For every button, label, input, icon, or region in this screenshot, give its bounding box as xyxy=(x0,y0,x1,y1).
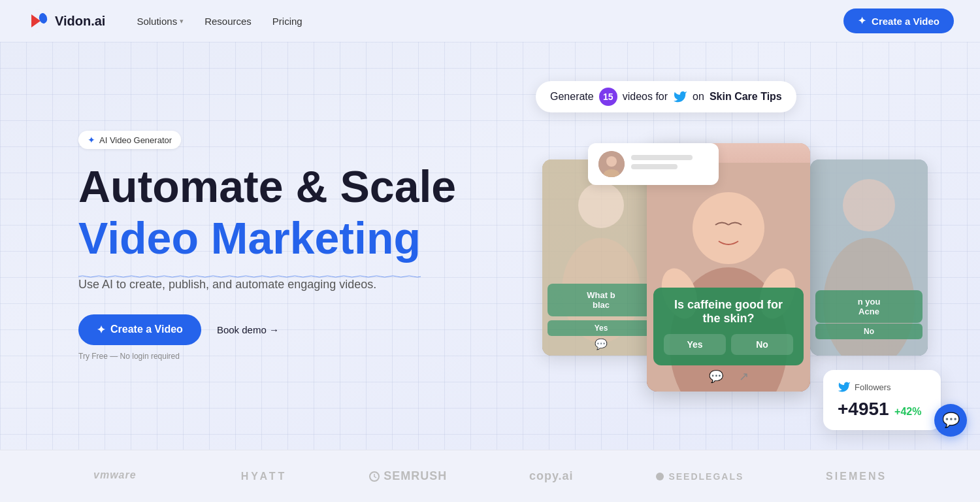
hero-title-line2-wrapper: Video Marketing xyxy=(78,214,421,276)
nav-create-video-button[interactable]: ✦ Create a Video xyxy=(843,8,954,33)
quiz-yes-button[interactable]: Yes xyxy=(664,334,726,355)
profile-avatar xyxy=(598,151,625,177)
logo-seedlegals: SEEDLEGALS xyxy=(655,471,743,482)
profile-sub-line xyxy=(631,164,678,169)
hero-badge: ✦ AI Video Generator xyxy=(78,131,181,149)
sparkle-icon-btn: ✦ xyxy=(97,324,105,336)
wavy-underline xyxy=(78,275,421,278)
logo-text: Vidon.ai xyxy=(55,14,105,29)
followers-card: Followers +4951 +42% xyxy=(823,370,941,430)
hero-left: ✦ AI Video Generator Automate & Scale Vi… xyxy=(0,131,539,361)
star-icon: ✦ xyxy=(88,135,95,145)
quiz-overlay: Is caffeine good for the skin? Yes No xyxy=(653,288,804,365)
left-card-text: What bblac xyxy=(547,284,655,316)
logo-icon xyxy=(26,9,50,33)
logo-copyai: copy.ai xyxy=(529,469,574,483)
profile-name-line xyxy=(631,155,693,160)
followers-count-row: +4951 +42% xyxy=(838,399,926,420)
card-bottom-actions: 💬 ↗ xyxy=(647,369,810,384)
logos-bar: vmware HYATT SEMRUSH copy.ai SEEDLEGALS … xyxy=(0,450,980,502)
svg-point-19 xyxy=(656,473,664,480)
followers-label: Followers xyxy=(855,382,891,392)
chevron-down-icon: ▾ xyxy=(180,17,184,25)
logo-hyatt: HYATT xyxy=(241,471,287,482)
quiz-buttons: Yes No xyxy=(664,334,793,355)
followers-count: +4951 xyxy=(838,399,889,419)
share-icon: ↗ xyxy=(739,369,749,384)
profile-card xyxy=(588,143,719,185)
svg-point-7 xyxy=(578,182,624,228)
svg-point-10 xyxy=(693,192,764,264)
create-video-button[interactable]: ✦ Create a Video xyxy=(78,314,201,345)
on-label: on xyxy=(693,91,704,103)
left-card-actions: 💬 xyxy=(542,338,660,350)
nav-resources[interactable]: Resources xyxy=(204,16,252,27)
sparkle-icon: ✦ xyxy=(858,15,866,27)
nav-solutions[interactable]: Solutions ▾ xyxy=(137,16,184,27)
hero-right: Generate 15 videos for on Skin Care Tips xyxy=(470,42,980,450)
navbar: Vidon.ai Solutions ▾ Resources Pricing ✦… xyxy=(0,0,980,42)
nav-pricing[interactable]: Pricing xyxy=(272,16,302,27)
chat-button[interactable]: 💬 xyxy=(934,404,967,437)
logo-link[interactable]: Vidon.ai xyxy=(26,9,105,33)
chat-icon: 💬 xyxy=(942,412,960,429)
quiz-no-button[interactable]: No xyxy=(731,334,793,355)
book-demo-button[interactable]: Book demo → xyxy=(217,324,279,335)
logo-semrush: SEMRUSH xyxy=(369,469,447,483)
svg-point-4 xyxy=(606,156,617,167)
followers-header: Followers xyxy=(838,380,926,393)
count-badge: 15 xyxy=(599,88,617,106)
right-card-text: n youAcne xyxy=(815,290,923,323)
generate-pill: Generate 15 videos for on Skin Care Tips xyxy=(536,81,796,112)
profile-lines xyxy=(631,155,708,173)
twitter-followers-icon xyxy=(838,380,851,393)
videos-for-label: videos for xyxy=(623,91,668,103)
comment-icon: 💬 xyxy=(595,338,608,350)
video-card-left: What bblac Yes 💬 xyxy=(542,159,660,356)
svg-text:vmware: vmware xyxy=(93,469,137,480)
generate-label: Generate xyxy=(550,91,594,103)
svg-point-15 xyxy=(843,179,895,231)
nav-links: Solutions ▾ Resources Pricing xyxy=(137,16,302,27)
quiz-question: Is caffeine good for the skin? xyxy=(664,298,793,326)
logo-siemens: SIEMENS xyxy=(826,471,887,482)
hero-section: ✦ AI Video Generator Automate & Scale Vi… xyxy=(0,42,980,450)
topic-label: Skin Care Tips xyxy=(710,91,782,103)
video-card-right: n youAcne No xyxy=(810,159,928,356)
comment-icon: 💬 xyxy=(709,369,723,384)
followers-pct: +42% xyxy=(894,406,921,417)
left-card-buttons: Yes xyxy=(547,320,655,336)
twitter-icon xyxy=(673,90,687,104)
logo-vmware: vmware xyxy=(93,467,159,486)
right-card-buttons: No xyxy=(815,324,923,339)
